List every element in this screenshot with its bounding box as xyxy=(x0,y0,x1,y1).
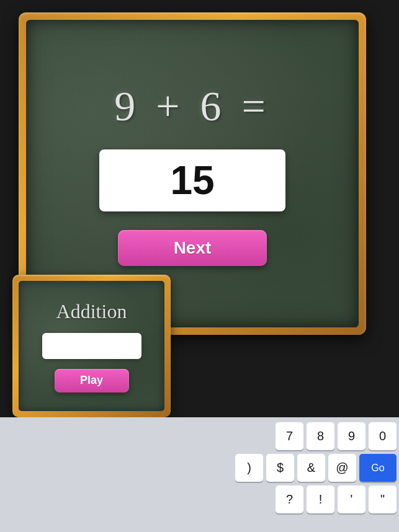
math-equation: 9 + 6 = xyxy=(114,82,271,131)
key-quote[interactable]: " xyxy=(369,485,397,513)
key-dollar[interactable]: $ xyxy=(266,454,294,482)
key-7[interactable]: 7 xyxy=(276,422,303,450)
key-apostrophe[interactable]: ' xyxy=(338,485,365,513)
key-8[interactable]: 8 xyxy=(307,422,334,450)
key-at[interactable]: @ xyxy=(328,454,356,482)
key-0[interactable]: 0 xyxy=(369,422,397,450)
keyboard: 7 8 9 0 ) $ & @ Go ? ! ' " xyxy=(0,417,399,532)
small-chalkboard: Addition Play xyxy=(12,275,171,417)
key-close-paren[interactable]: ) xyxy=(235,454,263,482)
next-button[interactable]: Next xyxy=(118,230,267,266)
answer-text: 15 xyxy=(170,157,214,203)
answer-box: 15 xyxy=(99,149,285,211)
small-input-box[interactable] xyxy=(42,333,141,359)
play-button[interactable]: Play xyxy=(55,369,129,392)
small-chalkboard-inner: Addition Play xyxy=(19,281,164,411)
addition-label: Addition xyxy=(56,300,127,323)
key-question[interactable]: ? xyxy=(276,485,303,513)
key-9[interactable]: 9 xyxy=(338,422,365,450)
keyboard-row-3: ? ! ' " xyxy=(2,485,397,513)
keyboard-row-2: ) $ & @ Go xyxy=(2,454,397,482)
key-exclaim[interactable]: ! xyxy=(307,485,334,513)
keyboard-row-1: 7 8 9 0 xyxy=(2,422,397,450)
key-ampersand[interactable]: & xyxy=(297,454,325,482)
key-go[interactable]: Go xyxy=(359,454,397,482)
